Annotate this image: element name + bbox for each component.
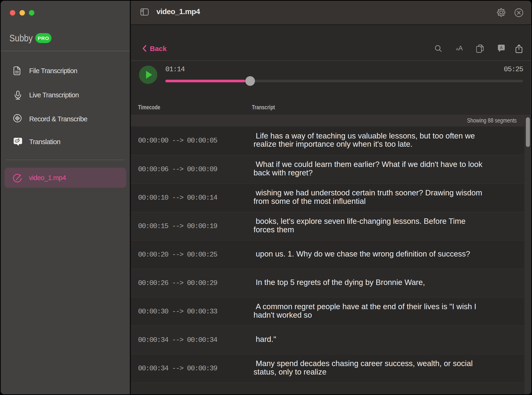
- svg-text:A: A: [500, 45, 503, 50]
